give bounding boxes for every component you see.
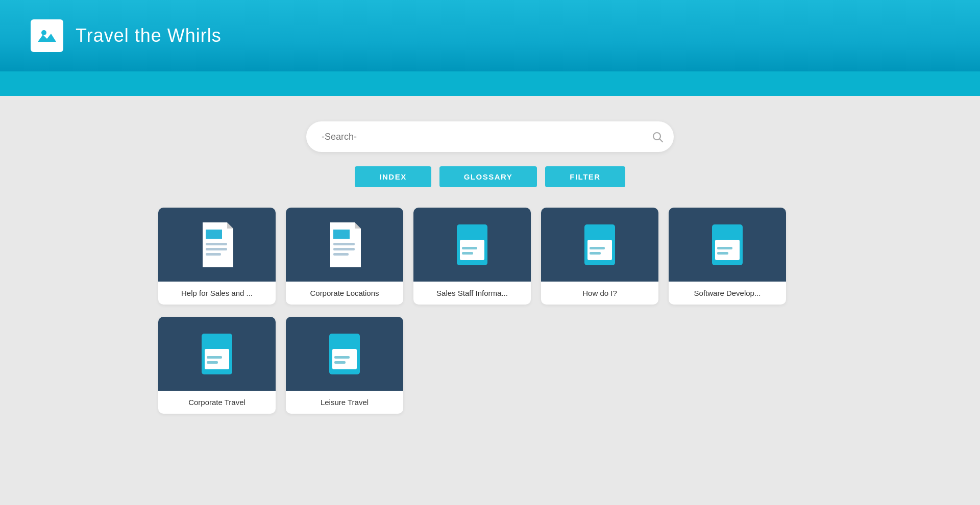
svg-rect-15 xyxy=(333,253,349,256)
card-icon-area xyxy=(413,208,531,282)
card-label: Help for Sales and ... xyxy=(158,282,276,305)
svg-rect-26 xyxy=(717,247,732,249)
svg-rect-9 xyxy=(206,253,221,256)
svg-rect-33 xyxy=(332,349,357,369)
card-icon-area xyxy=(286,317,403,391)
svg-marker-5 xyxy=(227,222,233,229)
card-how-do-i[interactable]: How do I? xyxy=(541,208,658,305)
card-icon-area xyxy=(158,317,276,391)
blue-card-icon-6 xyxy=(200,334,234,374)
svg-rect-18 xyxy=(462,247,477,249)
svg-rect-17 xyxy=(460,240,484,260)
svg-rect-0 xyxy=(36,24,58,47)
logo-icon xyxy=(36,24,58,47)
index-button[interactable]: INDEX xyxy=(355,166,431,187)
cards-row-2: Corporate Travel Leisure Travel xyxy=(158,317,822,414)
svg-rect-29 xyxy=(205,349,229,369)
svg-rect-8 xyxy=(206,248,227,250)
nav-buttons-row: INDEX GLOSSARY FILTER xyxy=(355,166,625,187)
card-help-sales[interactable]: Help for Sales and ... xyxy=(158,208,276,305)
svg-point-1 xyxy=(41,30,46,35)
svg-rect-23 xyxy=(590,252,601,255)
filter-button[interactable]: FILTER xyxy=(545,166,625,187)
search-container xyxy=(306,121,674,152)
header: Travel the Whirls xyxy=(0,0,980,71)
card-label: Corporate Travel xyxy=(158,391,276,414)
card-icon-area xyxy=(669,208,786,282)
card-software-develop[interactable]: Software Develop... xyxy=(669,208,786,305)
svg-rect-25 xyxy=(715,240,740,260)
card-label: Software Develop... xyxy=(669,282,786,305)
card-label: How do I? xyxy=(541,282,658,305)
card-corporate-locations[interactable]: Corporate Locations xyxy=(286,208,403,305)
cards-area: Help for Sales and ... Corporate Locatio… xyxy=(158,208,822,414)
svg-rect-21 xyxy=(587,240,612,260)
svg-rect-27 xyxy=(717,252,728,255)
white-doc-icon-1 xyxy=(199,222,235,267)
app-logo xyxy=(31,19,63,52)
svg-rect-12 xyxy=(333,230,350,239)
card-label: Sales Staff Informa... xyxy=(413,282,531,305)
cards-row-1: Help for Sales and ... Corporate Locatio… xyxy=(158,208,822,305)
svg-rect-31 xyxy=(207,361,218,364)
glossary-button[interactable]: GLOSSARY xyxy=(439,166,537,187)
blue-card-icon-5 xyxy=(710,224,745,265)
card-sales-staff[interactable]: Sales Staff Informa... xyxy=(413,208,531,305)
blue-card-icon-3 xyxy=(455,224,489,265)
svg-line-3 xyxy=(660,139,663,142)
svg-rect-22 xyxy=(590,247,605,249)
search-input[interactable] xyxy=(306,121,674,152)
svg-rect-6 xyxy=(206,230,222,239)
card-corporate-travel[interactable]: Corporate Travel xyxy=(158,317,276,414)
card-icon-area xyxy=(286,208,403,282)
main-content: INDEX GLOSSARY FILTER xyxy=(0,96,980,439)
white-doc-icon-2 xyxy=(326,222,363,267)
svg-rect-35 xyxy=(334,361,346,364)
blue-card-icon-7 xyxy=(327,334,362,374)
svg-rect-14 xyxy=(333,248,355,250)
app-title: Travel the Whirls xyxy=(76,25,222,46)
search-icon xyxy=(651,131,664,143)
svg-rect-13 xyxy=(333,243,355,245)
card-icon-area xyxy=(158,208,276,282)
card-label: Leisure Travel xyxy=(286,391,403,414)
blue-card-icon-4 xyxy=(582,224,617,265)
svg-marker-11 xyxy=(355,222,361,229)
card-leisure-travel[interactable]: Leisure Travel xyxy=(286,317,403,414)
card-icon-area xyxy=(541,208,658,282)
sub-header-strip xyxy=(0,71,980,96)
svg-rect-34 xyxy=(334,356,350,359)
svg-rect-7 xyxy=(206,243,227,245)
card-label: Corporate Locations xyxy=(286,282,403,305)
svg-rect-30 xyxy=(207,356,222,359)
svg-rect-19 xyxy=(462,252,473,255)
